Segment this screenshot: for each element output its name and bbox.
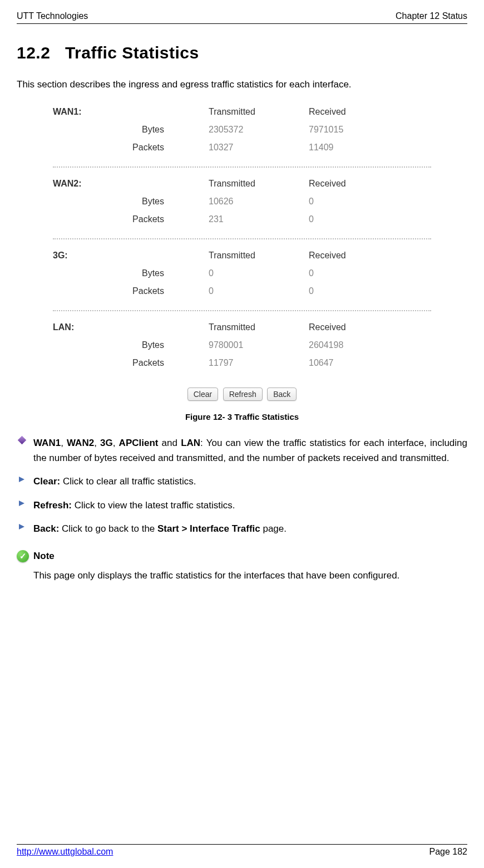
table-row: Packets 231 0: [53, 214, 431, 224]
triangle-icon: [17, 498, 33, 513]
clear-button[interactable]: Clear: [187, 388, 218, 401]
row-label-packets: Packets: [53, 358, 209, 368]
table-row: Packets 10327 11409: [53, 143, 431, 153]
column-header-transmitted: Transmitted: [209, 322, 309, 332]
footer-link[interactable]: http://www.uttglobal.com: [17, 847, 113, 857]
bytes-rx: 2604198: [309, 340, 409, 350]
table-row: Packets 11797 10647: [53, 358, 431, 368]
table-row: Packets 0 0: [53, 286, 431, 296]
column-header-received: Received: [309, 251, 409, 261]
column-header-received: Received: [309, 322, 409, 332]
packets-tx: 231: [209, 214, 309, 224]
intro-paragraph: This section describes the ingress and e…: [17, 79, 467, 90]
packets-rx: 0: [309, 286, 409, 296]
page-footer: http://www.uttglobal.com Page 182: [17, 844, 467, 857]
bullet-refresh: Refresh: Click to view the latest traffi…: [33, 498, 467, 513]
footer-page-number: Page 182: [429, 847, 467, 857]
bytes-rx: 7971015: [309, 125, 409, 135]
note-label: Note: [33, 551, 55, 562]
table-row: Bytes 9780001 2604198: [53, 340, 431, 350]
row-label-bytes: Bytes: [53, 268, 209, 278]
bytes-tx: 0: [209, 268, 309, 278]
list-item: WAN1, WAN2, 3G, APClient and LAN: You ca…: [17, 435, 467, 465]
interface-block-wan1: WAN1: Transmitted Received Bytes 2305372…: [42, 101, 442, 161]
bytes-tx: 10626: [209, 197, 309, 207]
checkmark-icon: ✓: [17, 550, 29, 562]
row-label-bytes: Bytes: [53, 197, 209, 207]
header-company: UTT Technologies: [17, 11, 88, 21]
column-header-transmitted: Transmitted: [209, 107, 309, 117]
packets-rx: 10647: [309, 358, 409, 368]
column-header-transmitted: Transmitted: [209, 251, 309, 261]
list-item: Refresh: Click to view the latest traffi…: [17, 498, 467, 513]
column-header-transmitted: Transmitted: [209, 179, 309, 189]
interface-block-lan: LAN: Transmitted Received Bytes 9780001 …: [42, 317, 442, 376]
interface-name: WAN2:: [53, 179, 209, 189]
packets-tx: 10327: [209, 143, 309, 153]
packets-tx: 11797: [209, 358, 309, 368]
triangle-icon: [17, 474, 33, 489]
bullet-back: Back: Click to go back to the Start > In…: [33, 521, 467, 536]
table-row: Bytes 10626 0: [53, 197, 431, 207]
interface-name: LAN:: [53, 322, 209, 332]
divider: [53, 310, 431, 311]
interface-block-wan2: WAN2: Transmitted Received Bytes 10626 0…: [42, 173, 442, 233]
divider: [53, 166, 431, 168]
table-row: Bytes 2305372 7971015: [53, 125, 431, 135]
row-label-bytes: Bytes: [53, 125, 209, 135]
bytes-tx: 9780001: [209, 340, 309, 350]
diamond-icon: [17, 435, 33, 465]
row-label-packets: Packets: [53, 286, 209, 296]
triangle-icon: [17, 521, 33, 536]
bullet-clear: Clear: Click to clear all traffic statis…: [33, 474, 467, 489]
row-label-packets: Packets: [53, 214, 209, 224]
header-chapter: Chapter 12 Status: [396, 11, 467, 21]
table-row: Bytes 0 0: [53, 268, 431, 278]
section-heading: 12.2 Traffic Statistics: [17, 43, 467, 62]
back-button[interactable]: Back: [267, 388, 297, 401]
page-header: UTT Technologies Chapter 12 Status: [17, 11, 467, 24]
bytes-rx: 0: [309, 197, 409, 207]
packets-rx: 0: [309, 214, 409, 224]
note-header: ✓ Note: [17, 550, 467, 562]
bytes-rx: 0: [309, 268, 409, 278]
row-label-bytes: Bytes: [53, 340, 209, 350]
column-header-received: Received: [309, 179, 409, 189]
column-header-received: Received: [309, 107, 409, 117]
bullet-description: WAN1, WAN2, 3G, APClient and LAN: You ca…: [33, 435, 467, 465]
list-item: Clear: Click to clear all traffic statis…: [17, 474, 467, 489]
bytes-tx: 2305372: [209, 125, 309, 135]
note-body: This page only displays the traffic stat…: [33, 568, 467, 584]
divider: [53, 238, 431, 239]
section-number: 12.2: [17, 43, 50, 62]
interface-name: 3G:: [53, 251, 209, 261]
refresh-button[interactable]: Refresh: [223, 388, 263, 401]
button-bar: Clear Refresh Back: [42, 388, 442, 401]
traffic-stats-panel: WAN1: Transmitted Received Bytes 2305372…: [42, 101, 442, 401]
packets-rx: 11409: [309, 143, 409, 153]
figure-caption: Figure 12- 3 Traffic Statistics: [17, 412, 467, 421]
interface-name: WAN1:: [53, 107, 209, 117]
list-item: Back: Click to go back to the Start > In…: [17, 521, 467, 536]
interface-block-3g: 3G: Transmitted Received Bytes 0 0 Packe…: [42, 245, 442, 305]
row-label-packets: Packets: [53, 143, 209, 153]
packets-tx: 0: [209, 286, 309, 296]
section-title-text: Traffic Statistics: [65, 43, 199, 62]
